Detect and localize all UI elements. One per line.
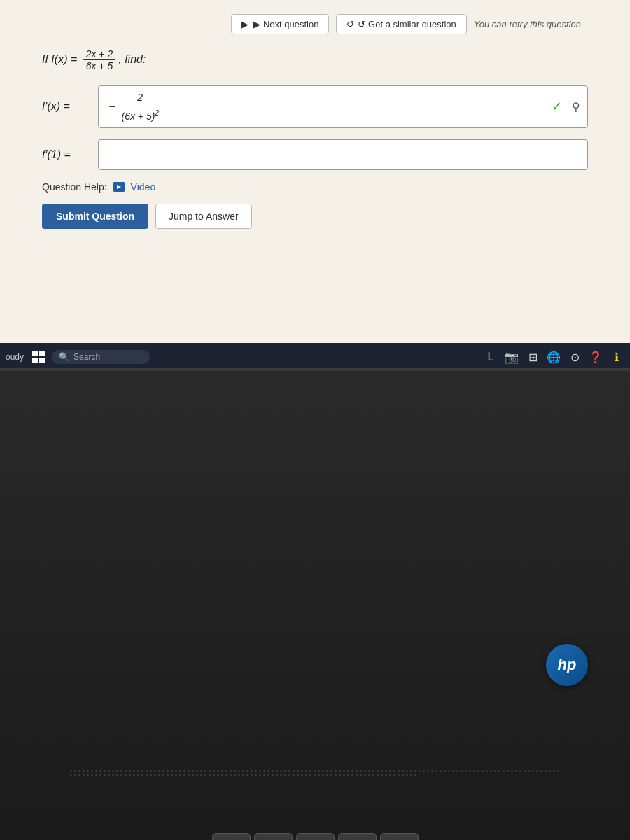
question-help: Question Help: Video: [42, 181, 588, 192]
taskbar-icon-l[interactable]: L: [483, 349, 498, 365]
jump-to-answer-button[interactable]: Jump to Answer: [155, 204, 252, 229]
next-question-button[interactable]: ▶ ▶ Next question: [231, 14, 329, 34]
retry-text: You can retry this question: [474, 19, 581, 29]
taskbar-app-label: oudy: [6, 352, 24, 362]
hp-logo: hp: [546, 644, 588, 686]
taskbar-icon-grid[interactable]: ⊞: [525, 349, 540, 365]
search-icon: 🔍: [59, 352, 69, 362]
taskbar-system-icons: L 📷 ⊞ 🌐 ⊙ ❓ ℹ: [483, 349, 624, 365]
search-label: Search: [74, 352, 100, 362]
submit-question-button[interactable]: Submit Question: [42, 204, 148, 229]
key-f5[interactable]: F5: [296, 833, 335, 840]
video-link[interactable]: Video: [131, 181, 156, 192]
fprime-value-display: − 2 (6x + 5)2: [108, 92, 159, 122]
math-section: If f(x) = 2x + 2 6x + 5 , find: f′(x) = …: [42, 48, 588, 229]
f1-row: f′(1) =: [42, 139, 588, 170]
similar-question-button[interactable]: ↺ ↺ Get a similar question: [336, 14, 466, 34]
key-f4[interactable]: F4 □: [254, 833, 293, 840]
fprime-row: f′(x) = − 2 (6x + 5)2 ✓ ⚲: [42, 85, 588, 128]
windows-start-button[interactable]: [32, 351, 45, 363]
problem-statement: If f(x) = 2x + 2 6x + 5 , find:: [42, 48, 588, 71]
top-navigation: ▶ ▶ Next question ↺ ↺ Get a similar ques…: [42, 14, 588, 34]
refresh-icon: ↺: [346, 19, 354, 29]
next-icon: ▶: [241, 19, 248, 29]
f1-input[interactable]: [108, 148, 578, 160]
action-buttons: Submit Question Jump to Answer: [42, 204, 588, 229]
key-f7[interactable]: F7 ◄: [380, 833, 419, 840]
f1-input-box[interactable]: [98, 139, 588, 170]
taskbar-icon-help[interactable]: ❓: [588, 349, 603, 365]
taskbar-icon-browser[interactable]: 🌐: [546, 349, 561, 365]
question-help-label: Question Help:: [42, 181, 107, 192]
video-icon: [113, 182, 125, 192]
f1-label: f′(1) =: [42, 148, 98, 161]
keyboard: F2 ✱ F4 □ F5 F6 40 F7 ◄ @: [28, 833, 602, 840]
taskbar-search-box[interactable]: 🔍 Search: [52, 350, 150, 364]
taskbar-icon-camera[interactable]: 📷: [504, 349, 519, 365]
laptop-body: // Generate dots inline via JS after bod…: [0, 371, 630, 840]
taskbar-icon-info[interactable]: ℹ: [609, 349, 624, 365]
speaker-grille: // Generate dots inline via JS after bod…: [70, 770, 560, 812]
function-key-row: F2 ✱ F4 □ F5 F6 40 F7 ◄: [28, 833, 602, 840]
question-area: ▶ ▶ Next question ↺ ↺ Get a similar ques…: [0, 0, 630, 343]
check-icon: ✓: [552, 99, 562, 114]
key-f2[interactable]: F2 ✱: [212, 833, 251, 840]
fprime-label: f′(x) =: [42, 100, 98, 113]
taskbar: oudy 🔍 Search L 📷 ⊞ 🌐 ⊙ ❓ ℹ: [0, 343, 630, 371]
taskbar-icon-clock[interactable]: ⊙: [567, 349, 582, 365]
fprime-input-box[interactable]: − 2 (6x + 5)2 ✓ ⚲: [98, 85, 588, 128]
link-icon: ⚲: [572, 100, 580, 113]
key-f6[interactable]: F6 40: [338, 833, 377, 840]
